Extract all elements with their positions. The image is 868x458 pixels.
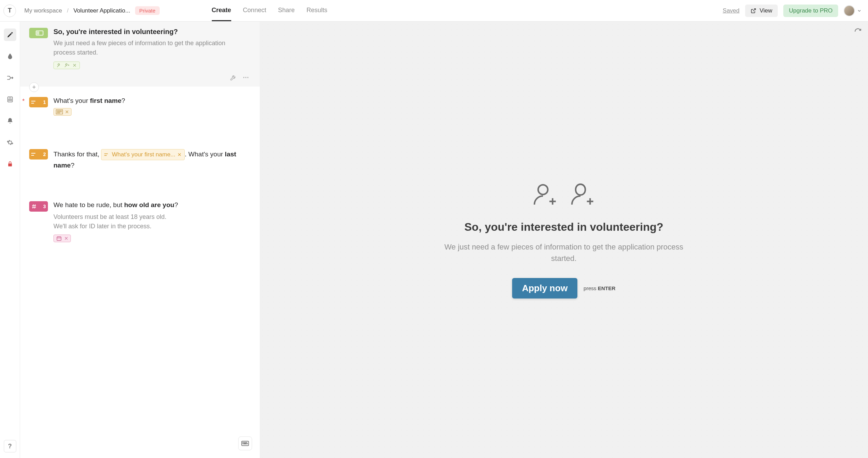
rail-settings[interactable] [4, 136, 16, 149]
q3-type-badge: 3 [29, 201, 48, 212]
block-question-3[interactable]: 3 We hate to be rude, but how old are yo… [20, 191, 260, 249]
welcome-desc[interactable]: We just need a few pieces of information… [53, 39, 248, 57]
app-logo[interactable]: T [3, 5, 16, 17]
rail-access[interactable] [4, 158, 16, 170]
preview-column: So, you're interested in volunteering? W… [260, 22, 868, 458]
tab-connect[interactable]: Connect [243, 0, 266, 21]
pencil-icon [7, 31, 14, 38]
rail-content[interactable] [4, 28, 16, 41]
q1-number: 1 [43, 99, 48, 105]
privacy-badge[interactable]: Private [135, 6, 160, 15]
welcome-type-badge [29, 28, 48, 38]
welcome-image-chip[interactable]: ✕ [53, 62, 80, 69]
svg-point-40 [243, 443, 243, 444]
block-settings-button[interactable] [230, 74, 237, 82]
editor-column: So, you're interested in volunteering? W… [20, 22, 260, 458]
apply-button[interactable]: Apply now [512, 278, 577, 298]
preview-desc: We just need a few pieces of information… [442, 241, 685, 264]
svg-point-15 [245, 77, 246, 78]
header-right: Saved View Upgrade to PRO [723, 5, 862, 17]
required-indicator: * [22, 98, 25, 105]
svg-rect-9 [37, 32, 39, 34]
gear-icon [7, 139, 14, 146]
remove-chip-icon[interactable]: ✕ [73, 63, 77, 68]
svg-point-7 [11, 100, 11, 101]
person-plus-icon [532, 181, 558, 207]
breadcrumb-workspace[interactable]: My workspace [24, 7, 62, 14]
q3-text[interactable]: We hate to be rude, but how old are you? [53, 201, 251, 209]
rail-notifications[interactable] [4, 115, 16, 127]
calculator-icon [7, 96, 14, 103]
person-plus-icon [570, 181, 595, 207]
q3-layout-chip[interactable]: ✕ [53, 235, 71, 242]
svg-rect-26 [105, 155, 107, 156]
external-link-icon [751, 8, 756, 14]
remove-chip-icon[interactable]: ✕ [65, 109, 69, 115]
svg-line-30 [35, 204, 35, 208]
keyboard-icon [241, 441, 249, 446]
main: So, you're interested in volunteering? W… [20, 22, 868, 458]
q3-desc-1[interactable]: Volunteers must be at least 18 years old… [53, 212, 248, 222]
add-block-button[interactable]: + [29, 82, 39, 92]
text-layout-icon [56, 109, 63, 114]
saved-status[interactable]: Saved [723, 7, 740, 14]
rail-design[interactable] [4, 50, 16, 63]
q3-number: 3 [43, 204, 48, 209]
block-more-button[interactable] [242, 74, 249, 82]
q1-layout-chip[interactable]: ✕ [53, 108, 72, 116]
person-plus-icon [64, 63, 70, 68]
svg-rect-17 [31, 101, 35, 101]
preview-canvas: So, you're interested in volunteering? W… [260, 22, 868, 458]
lock-icon [7, 161, 13, 167]
welcome-title[interactable]: So, you're interested in volunteering? [53, 28, 251, 36]
rail-logic[interactable] [4, 72, 16, 84]
q3-desc-2[interactable]: We'll ask for ID later in the process. [53, 222, 248, 231]
upgrade-button[interactable]: Upgrade to PRO [783, 5, 838, 17]
avatar [844, 5, 855, 16]
rail-help[interactable]: ? [4, 440, 16, 452]
plus-icon: + [32, 84, 36, 91]
block-question-2[interactable]: 2 Thanks for that, What's your first nam… [20, 139, 260, 191]
welcome-screen-icon [36, 30, 43, 36]
block-question-1[interactable]: * 1 What's your first name? ✕ [20, 87, 260, 139]
svg-rect-24 [31, 155, 34, 156]
tab-share[interactable]: Share [278, 0, 295, 21]
svg-point-10 [58, 64, 60, 65]
nav-tabs: Create Connect Share Results [212, 0, 327, 21]
svg-point-16 [247, 77, 248, 78]
block-welcome[interactable]: So, you're interested in volunteering? W… [20, 22, 260, 87]
svg-point-43 [538, 185, 548, 195]
more-icon [242, 74, 249, 81]
keyboard-shortcuts-button[interactable] [238, 436, 252, 450]
svg-point-38 [245, 442, 245, 443]
svg-point-6 [10, 100, 10, 101]
tab-create[interactable]: Create [212, 0, 231, 21]
svg-point-41 [247, 443, 248, 444]
q2-text[interactable]: Thanks for that, What's your first name.… [53, 149, 251, 171]
recall-chip[interactable]: What's your first name... ✕ [101, 149, 185, 160]
remove-chip-icon[interactable]: ✕ [64, 236, 68, 241]
account-menu[interactable] [844, 5, 862, 16]
svg-point-4 [11, 99, 11, 99]
svg-rect-23 [31, 153, 35, 154]
breadcrumb-form-name[interactable]: Volunteer Applicatio... [73, 7, 130, 14]
tab-results[interactable]: Results [307, 0, 327, 21]
breadcrumb-separator: / [67, 7, 69, 14]
svg-rect-42 [244, 443, 246, 444]
view-button[interactable]: View [745, 5, 778, 17]
preview-hero-icons [532, 181, 595, 207]
short-text-icon [104, 153, 110, 156]
left-rail: ? [0, 22, 20, 458]
svg-point-2 [9, 99, 9, 99]
svg-point-37 [244, 442, 244, 443]
branch-icon [6, 74, 14, 82]
preview-title: So, you're interested in volunteering? [464, 221, 663, 234]
rail-calculator[interactable] [4, 93, 16, 106]
preview-cta-row: Apply now press ENTER [512, 278, 615, 298]
chevron-down-icon [857, 8, 862, 13]
number-icon [31, 204, 37, 209]
q1-text[interactable]: What's your first name? [53, 97, 251, 105]
remove-recall-icon[interactable]: ✕ [177, 151, 182, 158]
person-plus-icon [57, 63, 62, 68]
q2-number: 2 [43, 152, 48, 157]
